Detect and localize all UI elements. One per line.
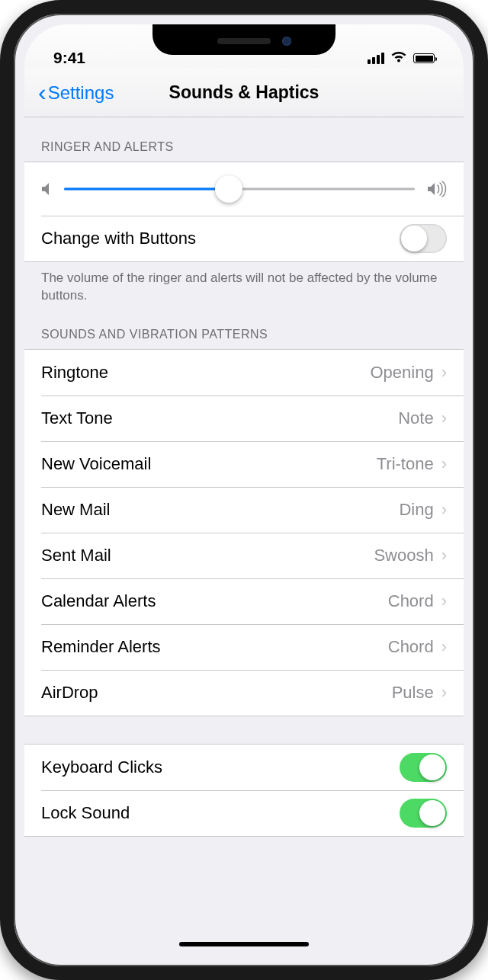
sound-row-ringtone[interactable]: RingtoneOpening› — [24, 350, 464, 396]
back-button[interactable]: ‹ Settings — [38, 82, 114, 104]
chevron-right-icon: › — [441, 454, 447, 474]
volume-slider[interactable] — [64, 177, 415, 201]
sound-label: Ringtone — [41, 363, 370, 383]
chevron-right-icon: › — [441, 500, 447, 520]
ringer-footer: The volume of the ringer and alerts will… — [24, 262, 464, 311]
notch — [152, 24, 336, 55]
keyboard-clicks-row: Keyboard Clicks — [24, 745, 464, 790]
speaker-low-icon — [41, 181, 52, 197]
chevron-right-icon: › — [441, 637, 447, 657]
lock-sound-row: Lock Sound — [24, 790, 464, 836]
volume-slider-row — [24, 162, 464, 216]
change-with-buttons-row: Change with Buttons — [24, 216, 464, 261]
sound-label: Sent Mail — [41, 546, 374, 565]
chevron-right-icon: › — [441, 683, 447, 703]
clock: 9:41 — [53, 49, 85, 67]
sound-value: Opening — [370, 363, 433, 383]
group-header-ringer: RINGER AND ALERTS — [24, 117, 464, 162]
sound-row-airdrop[interactable]: AirDropPulse› — [24, 670, 464, 716]
change-with-buttons-toggle[interactable] — [400, 224, 447, 253]
sound-label: Reminder Alerts — [41, 637, 388, 657]
chevron-right-icon: › — [441, 591, 447, 611]
sound-label: Text Tone — [41, 408, 398, 428]
chevron-right-icon: › — [441, 546, 447, 565]
sound-row-reminder-alerts[interactable]: Reminder AlertsChord› — [24, 624, 464, 670]
lock-sound-label: Lock Sound — [41, 803, 400, 823]
sound-value: Chord — [388, 591, 434, 611]
back-label: Settings — [48, 82, 114, 104]
cellular-icon — [368, 53, 384, 64]
sound-label: New Mail — [41, 500, 399, 520]
battery-icon — [413, 53, 435, 63]
sound-value: Ding — [399, 500, 433, 520]
speaker-high-icon — [427, 181, 447, 197]
keyboard-clicks-label: Keyboard Clicks — [41, 757, 400, 777]
sound-value: Swoosh — [374, 546, 433, 565]
sound-row-new-voicemail[interactable]: New VoicemailTri-tone› — [24, 441, 464, 487]
sound-row-sent-mail[interactable]: Sent MailSwoosh› — [24, 533, 464, 578]
sound-label: Calendar Alerts — [41, 591, 388, 611]
wifi-icon — [390, 50, 407, 67]
chevron-right-icon: › — [441, 408, 447, 428]
sound-value: Tri-tone — [377, 454, 434, 474]
sound-row-text-tone[interactable]: Text ToneNote› — [24, 396, 464, 441]
sound-row-calendar-alerts[interactable]: Calendar AlertsChord› — [24, 578, 464, 624]
change-with-buttons-label: Change with Buttons — [41, 229, 400, 248]
phone-frame: 9:41 ‹ Settings Sounds & Haptics RINGER … — [0, 0, 488, 980]
keyboard-clicks-toggle[interactable] — [400, 753, 447, 782]
sound-value: Pulse — [392, 683, 434, 703]
sound-row-new-mail[interactable]: New MailDing› — [24, 487, 464, 533]
group-header-patterns: SOUNDS AND VIBRATION PATTERNS — [24, 311, 464, 349]
home-indicator[interactable] — [179, 942, 309, 946]
chevron-right-icon: › — [441, 363, 447, 383]
navigation-bar: ‹ Settings Sounds & Haptics — [24, 69, 464, 117]
sound-label: AirDrop — [41, 683, 392, 703]
sound-value: Chord — [388, 637, 434, 657]
sound-value: Note — [398, 408, 433, 428]
lock-sound-toggle[interactable] — [400, 799, 447, 828]
sound-label: New Voicemail — [41, 454, 377, 474]
